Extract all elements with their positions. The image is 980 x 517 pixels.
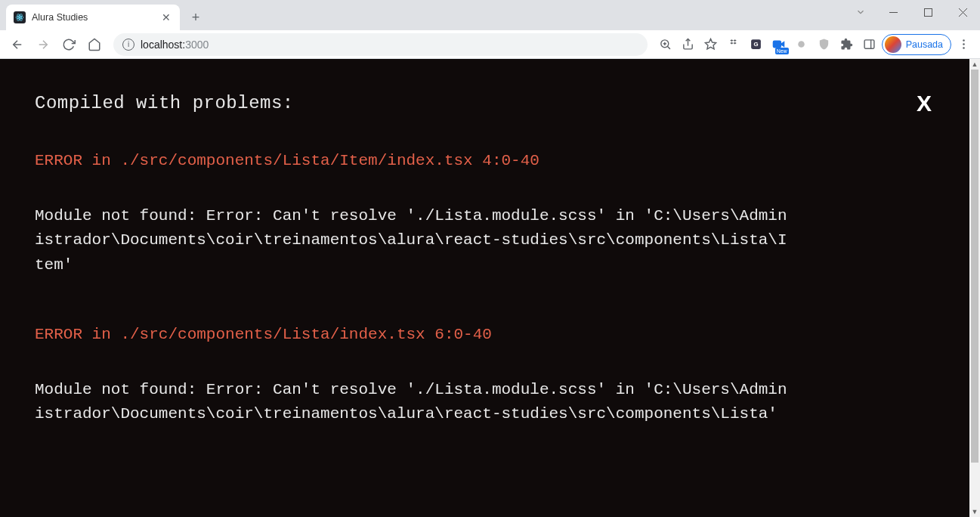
error-body: Module not found: Error: Can't resolve '… xyxy=(35,204,790,278)
error-body: Module not found: Error: Can't resolve '… xyxy=(35,378,790,427)
reload-button[interactable] xyxy=(57,33,80,56)
svg-point-20 xyxy=(798,41,805,48)
scrollbar-thumb[interactable] xyxy=(971,70,978,463)
svg-line-11 xyxy=(667,46,670,49)
svg-point-0 xyxy=(19,17,20,18)
share-icon[interactable] xyxy=(678,34,699,55)
url-port: 3000 xyxy=(185,39,209,51)
svg-rect-5 xyxy=(924,8,932,16)
back-button[interactable] xyxy=(6,33,29,56)
extension-grammar-icon[interactable]: G xyxy=(746,34,767,55)
svg-point-24 xyxy=(963,43,965,45)
home-button[interactable] xyxy=(83,33,106,56)
svg-point-25 xyxy=(963,47,965,49)
toolbar-actions: G New Pausada xyxy=(655,34,974,55)
svg-rect-21 xyxy=(864,40,874,48)
tab-close-icon[interactable]: ✕ xyxy=(160,11,172,23)
error-title: ERROR in ./src/components/Lista/Item/ind… xyxy=(35,149,935,174)
bookmark-star-icon[interactable] xyxy=(700,34,722,55)
svg-marker-15 xyxy=(706,39,716,48)
extension-shield-icon[interactable] xyxy=(814,34,835,55)
window-controls xyxy=(846,0,980,24)
extension-dropbox-icon[interactable] xyxy=(723,34,744,55)
address-bar[interactable]: i localhost:3000 xyxy=(113,33,648,56)
kebab-menu-icon[interactable] xyxy=(953,34,974,55)
scroll-down-arrow-icon[interactable]: ▼ xyxy=(969,506,980,517)
tab-search-chevron-icon[interactable] xyxy=(846,0,876,24)
browser-tab[interactable]: Alura Studies ✕ xyxy=(6,5,180,30)
side-panel-icon[interactable] xyxy=(859,34,880,55)
tab-strip: Alura Studies ✕ + xyxy=(0,0,980,30)
browser-toolbar: i localhost:3000 G New xyxy=(0,30,980,59)
forward-button[interactable] xyxy=(32,33,54,56)
url-text: localhost:3000 xyxy=(141,39,209,51)
site-info-icon[interactable]: i xyxy=(122,39,134,51)
overlay-heading: Compiled with problems: xyxy=(35,89,935,117)
window-maximize-button[interactable] xyxy=(910,0,945,24)
vertical-scrollbar[interactable]: ▲ ▼ xyxy=(969,59,980,517)
window-close-button[interactable] xyxy=(945,0,980,24)
zoom-icon[interactable] xyxy=(655,34,676,55)
profile-chip[interactable]: Pausada xyxy=(882,34,951,55)
extension-new-badge: New xyxy=(775,48,789,54)
svg-text:G: G xyxy=(754,41,759,48)
profile-label: Pausada xyxy=(906,39,943,50)
scroll-up-arrow-icon[interactable]: ▲ xyxy=(969,59,980,70)
extensions-puzzle-icon[interactable] xyxy=(836,34,858,55)
overlay-close-button[interactable]: X xyxy=(917,86,932,122)
error-title: ERROR in ./src/components/Lista/index.ts… xyxy=(35,323,935,348)
tab-title: Alura Studies xyxy=(32,12,154,23)
profile-avatar-icon xyxy=(885,36,901,53)
url-host: localhost: xyxy=(141,39,185,51)
extension-video-icon[interactable]: New xyxy=(768,34,790,55)
error-overlay: X Compiled with problems: ERROR in ./src… xyxy=(0,59,969,517)
svg-point-23 xyxy=(963,39,965,42)
react-favicon-icon xyxy=(14,11,26,23)
svg-rect-18 xyxy=(774,41,781,48)
window-minimize-button[interactable] xyxy=(876,0,910,24)
new-tab-button[interactable]: + xyxy=(184,6,207,29)
extension-dot-icon[interactable] xyxy=(791,34,812,55)
